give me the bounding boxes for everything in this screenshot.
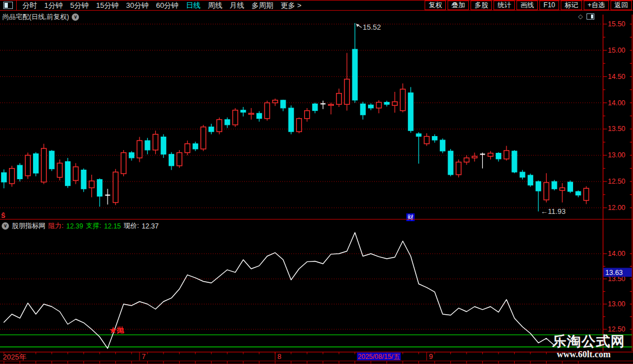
indicator-name: 股朋指标网 xyxy=(12,221,45,231)
toolbar-item-0[interactable]: 分时 xyxy=(22,1,37,11)
toolbar-button-5[interactable]: F10 xyxy=(539,1,559,10)
indicator-gridlines xyxy=(0,254,602,329)
toolbar-button-4[interactable]: 画线 xyxy=(516,1,538,10)
svg-text:14.00: 14.00 xyxy=(608,250,625,258)
date-axis-ticks xyxy=(4,352,578,354)
low-annotation: ←11.93 xyxy=(541,207,566,216)
toolbar-item-8[interactable]: 月线 xyxy=(230,1,244,11)
toolbar-item-1[interactable]: 1分钟 xyxy=(44,1,63,11)
toolbar-item-6[interactable]: 日线 xyxy=(186,1,201,11)
svg-text:14.00: 14.00 xyxy=(608,99,625,107)
price-axis-labels: 12.0012.5013.0013.5014.0014.5015.0015.50 xyxy=(608,20,625,212)
chevron-down-icon[interactable]: ∨ xyxy=(72,13,79,21)
indicator-chart[interactable]: 12.5013.0013.5014.00★抛13.63 xyxy=(0,220,633,352)
toolbar-button-0[interactable]: 复权 xyxy=(425,1,446,10)
toolbar-item-9[interactable]: 多周期 xyxy=(252,1,273,11)
svg-text:13.00: 13.00 xyxy=(608,151,625,159)
high-annotation: 15.52 xyxy=(356,23,381,31)
resistance-label: 阻力: xyxy=(48,221,63,231)
selected-date-badge: 2025/08/15/五 xyxy=(357,353,401,361)
indicator-line xyxy=(4,232,555,348)
sell-annotation: ★抛 xyxy=(109,326,124,334)
chevron-down-icon[interactable]: ∨ xyxy=(2,222,9,230)
toolbar-item-2[interactable]: 5分钟 xyxy=(70,1,89,11)
date-axis[interactable]: 7892025年2025/08/15/五 xyxy=(0,352,633,364)
current-price-value: 12.37 xyxy=(142,222,159,230)
draw-tool-marker: Ŝ xyxy=(1,212,5,219)
indicator-axis-labels: 12.5013.0013.5014.00 xyxy=(608,250,625,333)
chart-corner-icons: ◇ xyxy=(578,13,594,20)
svg-text:2025/08/15/五: 2025/08/15/五 xyxy=(358,353,400,361)
svg-text:12.50: 12.50 xyxy=(608,178,625,185)
svg-text:8: 8 xyxy=(277,353,281,361)
svg-text:13.63: 13.63 xyxy=(606,269,623,277)
value-badge: 13.63 xyxy=(603,268,632,277)
toolbar-left-group: 分时1分钟5分钟15分钟30分钟60分钟日线周线月线多周期更多 > xyxy=(0,1,301,10)
watermark-title: 乐淘公式网 xyxy=(552,334,625,348)
toolbar-button-2[interactable]: 多股 xyxy=(471,1,492,10)
toolbar-button-6[interactable]: 标记 xyxy=(561,1,582,10)
layout-toggle-button[interactable] xyxy=(0,1,17,10)
svg-text:15.00: 15.00 xyxy=(608,46,625,54)
svg-text:7: 7 xyxy=(142,353,146,361)
toolbar-button-8[interactable]: 返回 xyxy=(611,1,632,10)
split-pane-icon xyxy=(3,2,13,9)
svg-text:14.50: 14.50 xyxy=(608,73,625,81)
chart-title-row: 尚品宅配(日线,前复权) ∨ xyxy=(2,12,79,22)
candlestick-series xyxy=(2,23,589,211)
support-label: 支撑: xyxy=(86,221,101,231)
svg-text:9: 9 xyxy=(429,353,433,361)
watermark-url: www.60lt.com xyxy=(557,350,625,359)
svg-text:12.00: 12.00 xyxy=(608,204,625,212)
watermark: 乐淘公式网 www.60lt.com xyxy=(552,334,625,359)
stock-title: 尚品宅配(日线,前复权) xyxy=(2,12,69,22)
toolbar-item-4[interactable]: 30分钟 xyxy=(126,1,148,11)
support-resistance-lines xyxy=(0,335,632,347)
split-pane-icon[interactable] xyxy=(587,13,594,20)
price-gridlines xyxy=(0,24,602,208)
toolbar-button-7[interactable]: +自选 xyxy=(584,1,609,10)
toolbar-item-7[interactable]: 周线 xyxy=(208,1,222,11)
svg-text:12.50: 12.50 xyxy=(608,325,625,333)
diamond-icon[interactable]: ◇ xyxy=(578,13,583,20)
current-price-label: 现价: xyxy=(124,221,139,231)
main-chart[interactable]: 12.0012.5013.0013.5014.0014.5015.0015.50… xyxy=(0,11,633,220)
price-axis: 12.0012.5013.0013.5014.0014.5015.0015.50 xyxy=(603,15,632,220)
svg-text:13.50: 13.50 xyxy=(608,125,625,133)
year-label: 2025年 xyxy=(3,353,26,361)
toolbar-item-10[interactable]: 更多 > xyxy=(281,1,301,11)
svg-text:15.50: 15.50 xyxy=(608,20,625,28)
svg-text:15.52: 15.52 xyxy=(363,23,381,31)
toolbar-item-3[interactable]: 15分钟 xyxy=(96,1,118,11)
svg-text:13.00: 13.00 xyxy=(608,300,625,308)
toolbar-item-5[interactable]: 60分钟 xyxy=(156,1,178,11)
toolbar-button-3[interactable]: 统计 xyxy=(494,1,515,10)
bottom-strip xyxy=(0,361,633,364)
support-value: 12.15 xyxy=(104,222,121,230)
resistance-value: 12.39 xyxy=(66,222,83,230)
indicator-axis: 12.5013.0013.5014.00 xyxy=(603,220,632,351)
toolbar-right-group: 复权叠加多股统计画线F10标记+自选返回 xyxy=(423,1,633,10)
toolbar-button-1[interactable]: 叠加 xyxy=(448,1,469,10)
indicator-header: ∨ 股朋指标网 阻力: 12.39 支撑: 12.15 现价: 12.37 xyxy=(2,221,159,231)
top-toolbar: 分时1分钟5分钟15分钟30分钟60分钟日线周线月线多周期更多 > 复权叠加多股… xyxy=(0,0,633,11)
period-menu: 分时1分钟5分钟15分钟30分钟60分钟日线周线月线多周期更多 > xyxy=(17,1,301,11)
